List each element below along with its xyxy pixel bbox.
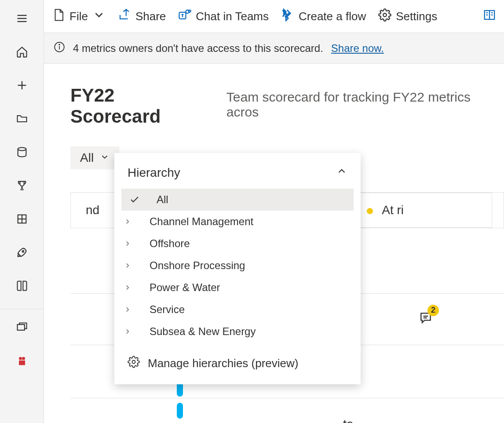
toolbar: File Share Chat in Teams Create a flow xyxy=(44,0,504,33)
hierarchy-item-service[interactable]: Service xyxy=(114,299,361,321)
file-icon xyxy=(52,8,65,25)
plus-icon[interactable] xyxy=(11,75,33,96)
svg-point-12 xyxy=(22,357,25,360)
svg-point-18 xyxy=(383,13,387,17)
gear-icon xyxy=(128,356,140,371)
reading-view-button[interactable] xyxy=(483,8,496,25)
file-menu[interactable]: File xyxy=(52,8,106,25)
rocket-icon[interactable] xyxy=(11,242,33,263)
file-label: File xyxy=(69,10,88,23)
svg-point-27 xyxy=(59,44,60,45)
svg-rect-10 xyxy=(17,325,24,330)
hierarchy-item-subsea-new-energy[interactable]: Subsea & New Energy xyxy=(114,321,361,343)
hierarchy-item-label: All xyxy=(149,193,168,206)
book-icon[interactable] xyxy=(11,275,33,296)
hierarchy-item-label: Service xyxy=(142,303,185,316)
hierarchy-item-label: Channel Management xyxy=(142,215,253,228)
svg-point-30 xyxy=(132,361,135,364)
share-now-link[interactable]: Share now. xyxy=(331,42,384,55)
main-content: File Share Chat in Teams Create a flow xyxy=(44,0,504,423)
hierarchy-popover: Hierarchy All Channel Management Offshor… xyxy=(114,153,361,384)
progress-bar-indicator xyxy=(177,403,183,419)
sidebar-nav xyxy=(0,0,44,423)
flow-icon xyxy=(281,8,294,25)
checkmark-icon xyxy=(128,194,141,205)
chevron-up-icon[interactable] xyxy=(336,165,347,180)
flow-label: Create a flow xyxy=(299,10,366,23)
hamburger-menu-icon[interactable] xyxy=(11,8,33,29)
popover-title: Hierarchy xyxy=(128,166,180,180)
windows-icon[interactable] xyxy=(11,317,33,338)
hierarchy-item-label: Onshore Processing xyxy=(142,259,245,272)
chevron-right-icon[interactable] xyxy=(121,284,134,292)
chevron-right-icon[interactable] xyxy=(121,328,134,335)
hierarchy-filter-chip[interactable]: All xyxy=(70,146,119,169)
page-title: FY22 Scorecard xyxy=(70,85,196,127)
database-icon[interactable] xyxy=(11,142,33,163)
hierarchy-item-all[interactable]: All xyxy=(121,189,354,211)
hierarchy-item-channel-management[interactable]: Channel Management xyxy=(114,211,361,233)
trophy-icon[interactable] xyxy=(11,175,33,196)
chevron-right-icon[interactable] xyxy=(121,262,134,270)
chevron-right-icon[interactable] xyxy=(121,218,134,226)
status-label-behind: nd xyxy=(86,203,99,217)
share-icon xyxy=(118,8,131,25)
comment-badge: 2 xyxy=(427,305,439,316)
settings-label: Settings xyxy=(396,10,437,23)
settings-button[interactable]: Settings xyxy=(378,8,437,25)
share-label: Share xyxy=(135,10,166,23)
people-icon[interactable] xyxy=(11,350,33,372)
svg-point-17 xyxy=(189,10,191,12)
hierarchy-item-offshore[interactable]: Offshore xyxy=(114,233,361,255)
comment-icon[interactable]: 2 xyxy=(419,311,433,328)
info-icon xyxy=(54,41,65,55)
chevron-right-icon[interactable] xyxy=(121,306,134,314)
hierarchy-item-power-water[interactable]: Power & Water xyxy=(114,277,361,299)
reading-icon xyxy=(483,8,496,25)
folder-icon[interactable] xyxy=(11,108,33,129)
metric-row-2[interactable]: ts xyxy=(70,398,504,423)
manage-hierarchies-button[interactable]: Manage hierarchies (preview) xyxy=(114,343,361,384)
svg-point-9 xyxy=(22,251,24,252)
svg-point-11 xyxy=(19,357,22,360)
hierarchy-item-label: Power & Water xyxy=(142,281,220,294)
apps-icon[interactable] xyxy=(11,208,33,230)
svg-rect-14 xyxy=(22,361,25,365)
teams-icon xyxy=(178,8,191,25)
hierarchy-item-onshore-processing[interactable]: Onshore Processing xyxy=(114,255,361,277)
chevron-right-icon[interactable] xyxy=(121,240,134,248)
filter-label: All xyxy=(80,151,94,165)
hierarchy-item-label: Subsea & New Energy xyxy=(142,325,256,338)
status-label-at-risk: At ri xyxy=(382,203,404,217)
info-message: 4 metrics owners don't have access to th… xyxy=(73,42,323,55)
svg-rect-13 xyxy=(19,361,22,365)
chevron-down-icon xyxy=(100,151,110,165)
share-button[interactable]: Share xyxy=(118,8,166,25)
status-card-at-risk[interactable]: At ri xyxy=(351,193,492,228)
create-flow-button[interactable]: Create a flow xyxy=(281,8,366,25)
sidebar-divider xyxy=(0,309,44,309)
status-dot-yellow xyxy=(367,208,373,214)
svg-point-5 xyxy=(18,148,26,151)
chat-teams-button[interactable]: Chat in Teams xyxy=(178,8,269,25)
hierarchy-item-label: Offshore xyxy=(142,237,190,250)
info-bar: 4 metrics owners don't have access to th… xyxy=(44,33,504,64)
gear-icon xyxy=(378,8,391,25)
chevron-down-icon xyxy=(92,8,106,25)
page-subtitle: Team scorecard for tracking FY22 metrics… xyxy=(226,90,478,120)
manage-hierarchies-label: Manage hierarchies (preview) xyxy=(148,357,298,370)
metric-name-fragment: ts xyxy=(343,417,353,423)
chat-label: Chat in Teams xyxy=(196,10,269,23)
home-icon[interactable] xyxy=(11,41,33,62)
